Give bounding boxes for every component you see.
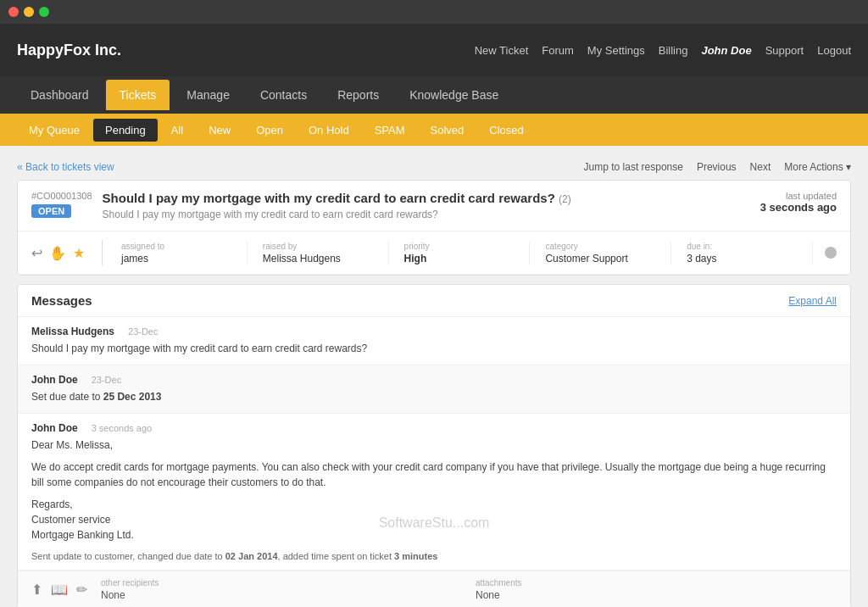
- subnav-closed[interactable]: Closed: [477, 119, 535, 142]
- minimize-btn[interactable]: [24, 7, 34, 17]
- nav-knowledge-base[interactable]: Knowledge Base: [396, 80, 512, 110]
- meta-divider-1: [102, 240, 103, 265]
- book-icon[interactable]: 📖: [51, 582, 68, 598]
- subnav-solved[interactable]: Solved: [419, 119, 476, 142]
- maximize-btn[interactable]: [39, 7, 49, 17]
- forum-link[interactable]: Forum: [542, 44, 574, 57]
- message-3-body: We do accept credit cards for mortgage p…: [31, 459, 837, 490]
- message-sender-2: John Doe: [31, 374, 78, 386]
- ticket-card: #CO00001308 OPEN Should I pay my mortgag…: [17, 180, 851, 276]
- close-btn[interactable]: [8, 7, 19, 17]
- star-icon[interactable]: ★: [73, 245, 85, 261]
- logo: HappyFox Inc.: [17, 42, 121, 59]
- edit-icon[interactable]: ✏: [76, 582, 87, 598]
- hand-icon[interactable]: ✋: [49, 245, 66, 261]
- more-actions-button[interactable]: More Actions ▾: [784, 161, 851, 173]
- message-3-greeting: Dear Ms. Melissa,: [31, 437, 837, 453]
- share-icon[interactable]: ⬆: [31, 582, 42, 598]
- ticket-count: (2): [559, 193, 571, 205]
- ticket-header: #CO00001308 OPEN Should I pay my mortgag…: [18, 181, 850, 231]
- ticket-meta: ↩ ✋ ★ assigned to james raised by Meliss…: [18, 231, 850, 275]
- ticket-header-left: #CO00001308 OPEN Should I pay my mortgag…: [31, 191, 571, 220]
- back-link[interactable]: « Back to tickets view: [17, 161, 114, 173]
- category-label: category: [545, 242, 660, 251]
- ticket-id: #CO00001308: [31, 191, 92, 201]
- assigned-to-label: assigned to: [121, 242, 236, 251]
- meta-due-in: due in: 3 days: [676, 242, 813, 265]
- nav-tickets[interactable]: Tickets: [106, 80, 170, 110]
- message-3-note: Sent update to customer, changed due dat…: [31, 551, 837, 561]
- assigned-to-value: james: [121, 253, 236, 265]
- message-3-sign2: Mortgage Banking Ltd.: [31, 527, 837, 543]
- message-date-2: 23-Dec: [92, 375, 121, 385]
- ticket-title-area: Should I pay my mortgage with my credit …: [103, 191, 571, 220]
- priority-label: priority: [404, 242, 520, 251]
- other-recipients-label: other recipients: [101, 578, 462, 588]
- priority-value: High: [404, 253, 520, 265]
- new-ticket-link[interactable]: New Ticket: [475, 44, 529, 57]
- subnav-all[interactable]: All: [159, 119, 195, 142]
- meta-icons: ↩ ✋ ★: [31, 245, 85, 261]
- footer-icons: ⬆ 📖 ✏: [31, 582, 87, 598]
- next-button[interactable]: Next: [750, 161, 771, 173]
- message-2-highlight: 25 Dec 2013: [103, 391, 162, 403]
- meta-raised-by: raised by Melissa Hudgens: [253, 242, 389, 265]
- jump-to-last-response[interactable]: Jump to last response: [584, 161, 683, 173]
- user-name-link[interactable]: John Doe: [701, 44, 751, 57]
- last-updated-label: last updated: [760, 191, 837, 201]
- breadcrumb-bar: « Back to tickets view Jump to last resp…: [17, 154, 851, 180]
- expand-all-link[interactable]: Expand All: [788, 295, 837, 307]
- sub-nav: My Queue Pending All New Open On Hold SP…: [0, 114, 868, 146]
- nav-reports[interactable]: Reports: [324, 80, 392, 110]
- nav-manage[interactable]: Manage: [173, 80, 243, 110]
- logout-link[interactable]: Logout: [817, 44, 851, 57]
- messages-title: Messages: [31, 293, 92, 308]
- due-in-value: 3 days: [687, 253, 802, 265]
- messages-section: Messages Expand All Melissa Hudgens 23-D…: [17, 284, 851, 607]
- meta-assigned-to: assigned to james: [111, 242, 248, 265]
- message-date-1: 23-Dec: [128, 326, 158, 337]
- message-body-2: Set due date to 25 Dec 2013: [31, 389, 837, 404]
- ticket-id-status: #CO00001308 OPEN: [31, 191, 92, 218]
- status-dot: [825, 247, 837, 259]
- my-settings-link[interactable]: My Settings: [587, 44, 645, 57]
- ticket-status-badge: OPEN: [31, 204, 71, 218]
- billing-link[interactable]: Billing: [659, 44, 688, 57]
- message-item-2: John Doe 23-Dec Set due date to 25 Dec 2…: [18, 365, 850, 414]
- note-date: 02 Jan 2014: [225, 551, 278, 561]
- reply-icon[interactable]: ↩: [31, 245, 42, 261]
- subnav-pending[interactable]: Pending: [93, 119, 158, 142]
- footer-attachments: attachments None: [476, 578, 837, 601]
- ticket-title: Should I pay my mortgage with my credit …: [103, 191, 571, 205]
- raised-by-value: Melissa Hudgens: [263, 253, 378, 265]
- message-sender-3: John Doe: [31, 422, 78, 434]
- top-nav-links: New Ticket Forum My Settings Billing Joh…: [475, 44, 851, 57]
- raised-by-label: raised by: [263, 242, 378, 251]
- message-date-3: 3 seconds ago: [92, 423, 153, 433]
- footer-other-recipients: other recipients None: [101, 578, 462, 601]
- nav-dashboard[interactable]: Dashboard: [17, 80, 103, 110]
- subnav-my-queue[interactable]: My Queue: [17, 119, 92, 142]
- subnav-new[interactable]: New: [197, 119, 242, 142]
- attachments-value: None: [476, 589, 837, 601]
- due-in-label: due in:: [687, 242, 802, 251]
- message-body-3: Dear Ms. Melissa, We do accept credit ca…: [31, 437, 837, 543]
- support-link[interactable]: Support: [765, 44, 804, 57]
- note-time: 3 minutes: [394, 551, 437, 561]
- subnav-spam[interactable]: SPAM: [363, 119, 417, 142]
- main-nav: Dashboard Tickets Manage Contacts Report…: [0, 76, 868, 114]
- nav-contacts[interactable]: Contacts: [247, 80, 320, 110]
- category-value: Customer Support: [545, 253, 660, 265]
- message-3-sign1: Customer service: [31, 512, 837, 527]
- message-item-3: John Doe 3 seconds ago Dear Ms. Melissa,…: [18, 414, 850, 571]
- meta-category: category Customer Support: [535, 242, 671, 265]
- message-3-regards: Regards,: [31, 497, 837, 512]
- message-body-1: Should I pay my mortgage with my credit …: [31, 341, 837, 356]
- meta-priority: priority High: [394, 242, 531, 265]
- content-area: « Back to tickets view Jump to last resp…: [0, 146, 868, 607]
- ticket-timestamp: last updated 3 seconds ago: [760, 191, 837, 214]
- subnav-on-hold[interactable]: On Hold: [297, 119, 361, 142]
- message-sender-1: Melissa Hudgens: [31, 326, 114, 337]
- subnav-open[interactable]: Open: [244, 119, 295, 142]
- previous-button[interactable]: Previous: [697, 161, 737, 173]
